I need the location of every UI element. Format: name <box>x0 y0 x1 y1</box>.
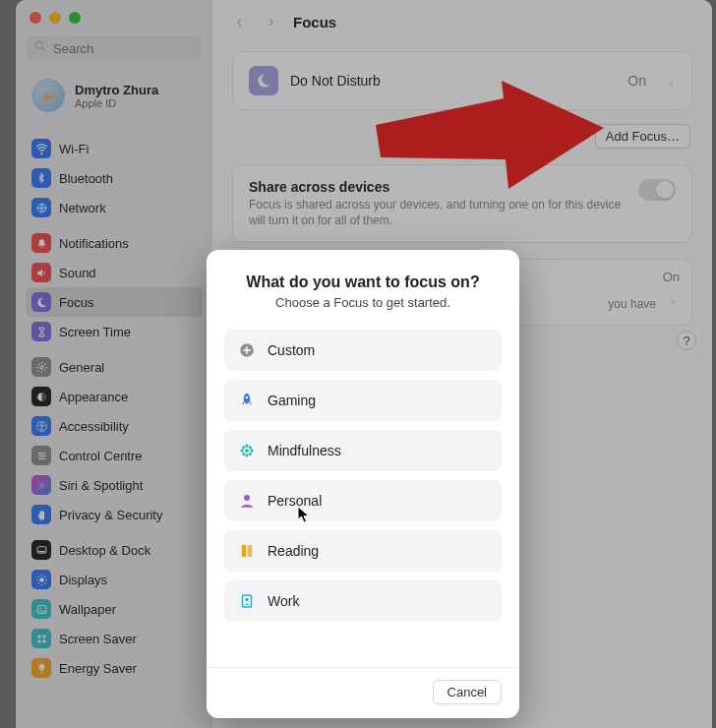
svg-point-39 <box>249 453 252 455</box>
focus-option-gaming[interactable]: Gaming <box>224 380 502 421</box>
focus-option-label: Mindfulness <box>268 443 341 458</box>
focus-option-label: Personal <box>268 493 322 509</box>
svg-point-35 <box>250 449 253 452</box>
focus-option-work[interactable]: Work <box>224 580 502 622</box>
add-focus-dialog: What do you want to focus on? Choose a F… <box>207 250 519 718</box>
plus-icon <box>238 341 256 359</box>
svg-point-40 <box>244 495 250 501</box>
dialog-subtitle: Choose a Focus to get started. <box>224 295 502 310</box>
svg-point-30 <box>246 396 248 398</box>
svg-point-38 <box>242 453 245 455</box>
focus-option-custom[interactable]: Custom <box>224 330 502 371</box>
svg-point-36 <box>242 446 245 449</box>
svg-point-34 <box>240 449 243 452</box>
svg-point-42 <box>245 598 248 601</box>
focus-option-personal[interactable]: Personal <box>224 480 502 521</box>
focus-option-label: Work <box>268 593 299 609</box>
svg-point-31 <box>245 449 249 453</box>
focus-option-reading[interactable]: Reading <box>224 530 502 572</box>
focus-option-mindfulness[interactable]: Mindfulness <box>224 430 502 471</box>
svg-point-37 <box>249 446 252 449</box>
rocket-icon <box>238 392 256 409</box>
focus-option-label: Gaming <box>268 393 316 408</box>
person-icon <box>238 492 256 510</box>
dialog-footer: Cancel <box>207 667 519 704</box>
book-icon <box>238 542 256 560</box>
focus-option-label: Reading <box>268 543 319 559</box>
svg-point-33 <box>245 454 248 456</box>
cancel-button[interactable]: Cancel <box>433 680 502 704</box>
dialog-title: What do you want to focus on? <box>224 273 502 291</box>
focus-option-label: Custom <box>268 342 315 358</box>
mindfulness-icon <box>238 442 256 459</box>
badge-icon <box>238 592 256 610</box>
svg-point-32 <box>245 444 248 447</box>
